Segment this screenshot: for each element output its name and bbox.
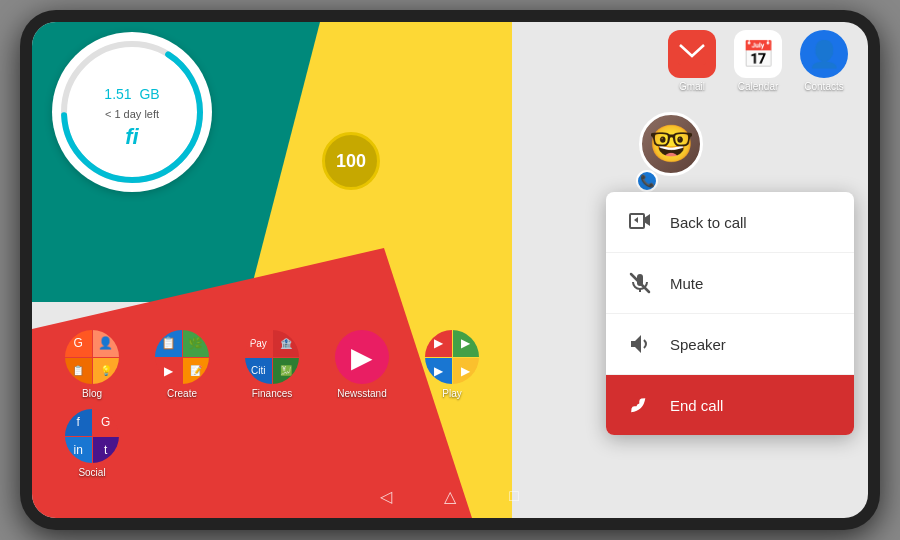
contacts-icon-top[interactable]: 👤 Contacts	[800, 30, 848, 92]
create-label: Create	[167, 388, 197, 399]
speaker-svg	[628, 332, 652, 356]
contacts-emoji: 👤	[808, 39, 840, 70]
play-label: Play	[442, 388, 461, 399]
mute-svg	[628, 271, 652, 295]
fi-arc-svg	[57, 37, 207, 187]
speaker-icon	[626, 330, 654, 358]
home-nav-symbol: △	[444, 487, 456, 506]
back-to-call-svg	[628, 210, 652, 234]
back-nav-icon[interactable]: ◁	[374, 484, 398, 508]
end-call-item[interactable]: End call	[606, 375, 854, 435]
app-newsstand[interactable]: ▶ Newsstand	[322, 330, 402, 399]
social-label: Social	[78, 467, 105, 478]
newsstand-icon: ▶	[335, 330, 389, 384]
svg-marker-7	[631, 335, 641, 353]
context-menu: Back to call Mute	[606, 192, 854, 435]
end-call-svg	[628, 393, 652, 417]
end-call-icon	[626, 391, 654, 419]
gmail-svg	[678, 43, 706, 65]
calendar-emoji: 📅	[742, 39, 774, 70]
gmail-circle	[668, 30, 716, 78]
badge-100: 100	[322, 132, 380, 190]
speaker-label: Speaker	[670, 336, 726, 353]
mute-item[interactable]: Mute	[606, 253, 854, 314]
play-multi-icon: ▶ ▶ ▶ ▶	[425, 330, 479, 384]
phone-screen: 1.51 GB < 1 day left fi Gmail 📅	[32, 22, 868, 518]
create-multi-icon: 📋 🌿 ▶ 📝	[155, 330, 209, 384]
social-multi-icon: f G in t	[65, 409, 119, 463]
phone-frame: 1.51 GB < 1 day left fi Gmail 📅	[20, 10, 880, 530]
finances-label: Finances	[252, 388, 293, 399]
app-play[interactable]: ▶ ▶ ▶ ▶ Play	[412, 330, 492, 399]
contacts-circle: 👤	[800, 30, 848, 78]
contacts-label: Contacts	[804, 81, 843, 92]
mute-label: Mute	[670, 275, 703, 292]
newsstand-emoji: ▶	[351, 341, 373, 374]
blog-multi-icon: G 👤 📋 💡	[65, 330, 119, 384]
fi-widget[interactable]: 1.51 GB < 1 day left fi	[52, 32, 212, 192]
speaker-item[interactable]: Speaker	[606, 314, 854, 375]
home-nav-icon[interactable]: △	[438, 484, 462, 508]
recents-nav-icon[interactable]: □	[502, 484, 526, 508]
gmail-icon-top[interactable]: Gmail	[668, 30, 716, 92]
bottom-nav: ◁ △ □	[32, 478, 868, 514]
app-finances[interactable]: Pay 🏦 Citi 💹 Finances	[232, 330, 312, 399]
mute-icon	[626, 269, 654, 297]
top-icons-container: Gmail 📅 Calendar 👤 Contacts	[668, 30, 848, 92]
contact-avatar[interactable]: 🤓	[639, 112, 703, 176]
newsstand-label: Newsstand	[337, 388, 386, 399]
app-social[interactable]: f G in t Social	[52, 409, 132, 478]
contact-emoji: 🤓	[649, 123, 694, 165]
app-blog[interactable]: G 👤 📋 💡 Blog	[52, 330, 132, 399]
back-to-call-item[interactable]: Back to call	[606, 192, 854, 253]
app-grid: G 👤 📋 💡 Blog 📋 🌿 ▶ 📝 Create	[52, 330, 492, 478]
back-to-call-label: Back to call	[670, 214, 747, 231]
calendar-icon-top[interactable]: 📅 Calendar	[734, 30, 782, 92]
recents-nav-symbol: □	[509, 487, 519, 505]
calendar-label: Calendar	[738, 81, 779, 92]
app-create[interactable]: 📋 🌿 ▶ 📝 Create	[142, 330, 222, 399]
blog-label: Blog	[82, 388, 102, 399]
phone-badge: 📞	[636, 170, 658, 192]
finances-multi-icon: Pay 🏦 Citi 💹	[245, 330, 299, 384]
badge-100-value: 100	[336, 151, 366, 172]
phone-badge-icon: 📞	[640, 174, 655, 188]
gmail-label: Gmail	[679, 81, 705, 92]
back-nav-symbol: ◁	[380, 487, 392, 506]
calendar-circle: 📅	[734, 30, 782, 78]
back-to-call-icon	[626, 208, 654, 236]
end-call-label: End call	[670, 397, 723, 414]
